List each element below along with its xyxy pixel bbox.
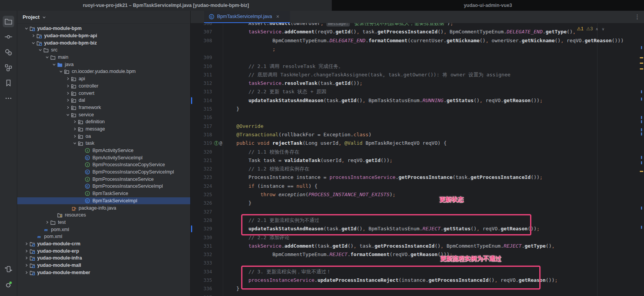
tree-item-resources[interactable]: resources (17, 212, 190, 219)
chevron-expanded-icon[interactable] (72, 141, 77, 146)
bookmarks-icon[interactable] (3, 77, 14, 89)
line-number[interactable]: 319 (191, 139, 212, 147)
chevron-expanded-icon[interactable] (23, 26, 29, 31)
line-number[interactable]: 333 (191, 259, 212, 267)
chevron-collapsed-icon[interactable] (65, 76, 71, 81)
gutter-icons[interactable]: I@ (214, 139, 222, 147)
line-number[interactable]: 336 (191, 284, 212, 293)
tab-options-icon[interactable]: ⋮ (634, 13, 640, 20)
tree-item-task[interactable]: task (17, 140, 190, 147)
tree-item-yudao-module-infra[interactable]: yudao-module-infra (17, 255, 190, 262)
line-number[interactable]: 309 (191, 53, 212, 62)
tree-item-framework[interactable]: framework (17, 104, 190, 111)
tree-item-yudao-module-crm[interactable]: yudao-module-crm (17, 240, 190, 248)
tree-item-dal[interactable]: dal (17, 97, 190, 104)
line-number[interactable]: 326 (191, 199, 212, 207)
line-number[interactable]: 311 (191, 71, 212, 79)
tree-item-cn-iocoder-yudao-module-bpm[interactable]: cn.iocoder.yudao.module.bpm (17, 68, 190, 75)
line-number[interactable]: 335 (191, 276, 212, 284)
tree-item-api[interactable]: api (17, 75, 190, 83)
tree-item-bpmprocessinstanceservice[interactable]: IBpmProcessInstanceService (17, 175, 190, 183)
chevron-collapsed-icon[interactable] (65, 105, 71, 110)
line-number[interactable]: 318 (191, 131, 212, 139)
line-number[interactable]: 313 (191, 88, 212, 96)
tree-item-bpmprocessinstanceserviceimpl[interactable]: CBpmProcessInstanceServiceImpl (17, 183, 190, 190)
tree-item-src[interactable]: src (17, 46, 190, 54)
tree-item-bpmtaskservice[interactable]: IBpmTaskService (17, 190, 190, 197)
tree-item-main[interactable]: main (17, 54, 190, 61)
tree-item-yudao-module-member[interactable]: yudao-module-member (17, 269, 190, 276)
tree-item-bpmprocessinstancecopyservice[interactable]: IBpmProcessInstanceCopyService (17, 161, 190, 169)
tree-item-test[interactable]: test (17, 219, 190, 226)
line-number[interactable]: 310 (191, 62, 212, 71)
chevron-collapsed-icon[interactable] (44, 220, 50, 225)
line-number[interactable]: 331 (191, 242, 212, 250)
line-number[interactable]: 337 (191, 293, 212, 296)
line-number[interactable]: 307 (191, 28, 212, 36)
chevron-collapsed-icon[interactable] (23, 270, 29, 275)
line-number[interactable]: 321 (191, 156, 212, 165)
line-number[interactable]: 329 (191, 225, 212, 233)
inspections-widget[interactable]: ⚠1 ⚠3 ∧ ∨ (577, 26, 606, 31)
tree-item-java[interactable]: java (17, 61, 190, 68)
line-number[interactable]: 320 (191, 148, 212, 156)
tree-item-bpmactivityserviceimpl[interactable]: CBpmActivityServiceImpl (17, 154, 190, 161)
chevron-expanded-icon[interactable] (58, 69, 64, 74)
chevron-collapsed-icon[interactable] (72, 119, 77, 124)
line-number[interactable]: 322 (191, 165, 212, 173)
chevron-collapsed-icon[interactable] (72, 134, 77, 139)
line-number[interactable]: 314 (191, 96, 212, 105)
tree-item-convert[interactable]: convert (17, 89, 190, 97)
chevron-collapsed-icon[interactable] (72, 126, 77, 132)
chevron-expanded-icon[interactable] (51, 62, 57, 67)
close-icon[interactable]: × (276, 13, 279, 20)
line-number[interactable]: 332 (191, 250, 212, 259)
chevron-expanded-icon[interactable] (30, 40, 36, 46)
tree-item-message[interactable]: message (17, 126, 190, 133)
tree-item-definition[interactable]: definition (17, 118, 190, 126)
tree-item-yudao-module-bpm-biz[interactable]: yudao-module-bpm-biz (17, 39, 190, 46)
project-folder-icon[interactable] (3, 16, 14, 27)
line-number[interactable]: 330 (191, 233, 212, 242)
tree-item-bpmprocessinstancecopyserviceimpl[interactable]: CBpmProcessInstanceCopyServiceImpl (17, 169, 190, 176)
tree-item-service[interactable]: service (17, 111, 190, 118)
editor-scrollbar[interactable] (639, 23, 644, 296)
tree-item-yudao-module-bpm[interactable]: yudao-module-bpm (17, 25, 190, 32)
chevron-expanded-icon[interactable] (65, 112, 71, 117)
tree-item-pom-xml[interactable]: mpom.xml (17, 226, 190, 233)
tree-item-pom-xml[interactable]: mpom.xml (17, 233, 190, 240)
tree-item-bpmactivityservice[interactable]: IBpmActivityService (17, 147, 190, 154)
line-number[interactable]: 324 (191, 182, 212, 190)
tree-item-yudao-module-erp[interactable]: yudao-module-erp (17, 247, 190, 255)
line-number[interactable]: 312 (191, 79, 212, 88)
tree-item-yudao-module-mall[interactable]: yudao-module-mall (17, 262, 190, 269)
commit-icon[interactable] (3, 31, 14, 43)
chevron-collapsed-icon[interactable] (65, 91, 71, 96)
chevron-collapsed-icon[interactable] (65, 83, 71, 89)
more-tools-icon[interactable] (3, 93, 14, 104)
debug-icon[interactable] (3, 279, 14, 290)
tree-item-bpmtaskserviceimpl[interactable]: CBpmTaskServiceImpl (17, 197, 190, 205)
chevron-collapsed-icon[interactable] (23, 241, 29, 246)
chevron-collapsed-icon[interactable] (23, 255, 29, 261)
inspection-nav-icons[interactable]: ∧ ∨ (596, 27, 606, 31)
chevron-expanded-icon[interactable] (37, 47, 43, 53)
background-window-title[interactable]: yudao-ui-admin-vue3 (332, 0, 644, 11)
chevron-collapsed-icon[interactable] (23, 263, 29, 268)
line-number[interactable]: 317 (191, 122, 212, 131)
chevron-expanded-icon[interactable] (44, 55, 50, 60)
line-number[interactable]: 323 (191, 173, 212, 182)
chevron-collapsed-icon[interactable] (65, 98, 71, 103)
pull-requests-icon[interactable]: ? (3, 46, 14, 58)
structure-icon[interactable] (3, 62, 14, 73)
tree-item-oa[interactable]: oa (17, 132, 190, 140)
chevron-collapsed-icon[interactable] (30, 33, 36, 38)
tree-item-package-info-java[interactable]: package-info.java (17, 204, 190, 212)
chevron-collapsed-icon[interactable] (23, 248, 29, 254)
line-number[interactable]: 316 (191, 113, 212, 122)
line-number[interactable]: 315 (191, 105, 212, 113)
tree-item-controller[interactable]: controller (17, 83, 190, 90)
tab-bpmtaskserviceimpl[interactable]: C BpmTaskServiceImpl.java × (204, 11, 290, 23)
project-panel-header[interactable]: Project (17, 11, 190, 24)
line-number[interactable]: 308 (191, 36, 212, 45)
